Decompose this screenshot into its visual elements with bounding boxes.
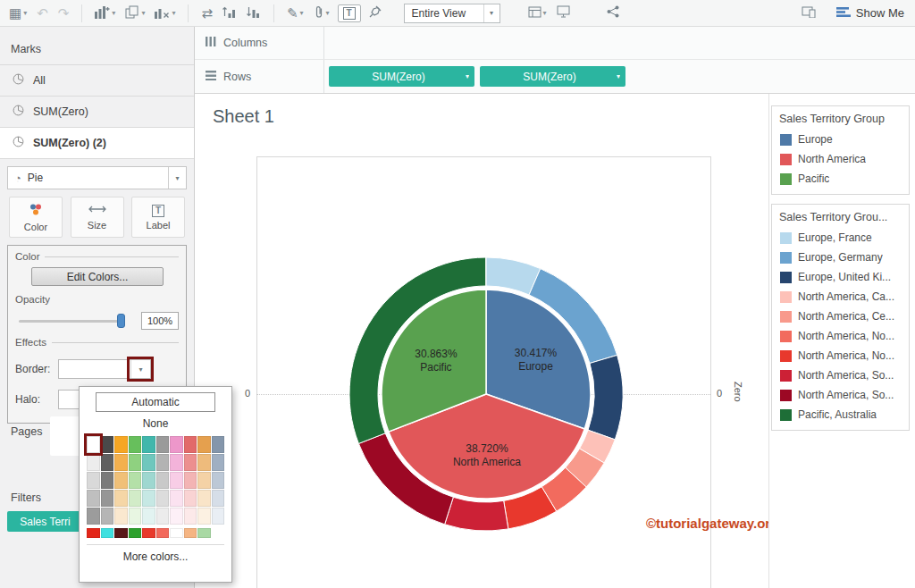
field-pill[interactable]: SUM(Zero)▾ bbox=[329, 66, 474, 87]
palette-swatch[interactable] bbox=[184, 472, 197, 489]
opacity-slider-handle[interactable] bbox=[117, 314, 125, 328]
palette-swatch[interactable] bbox=[114, 454, 128, 471]
palette-swatch[interactable] bbox=[170, 528, 183, 538]
palette-swatch[interactable] bbox=[142, 472, 155, 489]
field-pill[interactable]: Sales Terri▾ bbox=[7, 511, 89, 532]
duplicate-sheet-button[interactable]: ▾ bbox=[123, 4, 147, 22]
share-button[interactable] bbox=[605, 4, 621, 21]
palette-swatch[interactable] bbox=[197, 528, 211, 538]
fix-axes-button[interactable] bbox=[367, 4, 383, 21]
legend-item[interactable]: Pacific, Australia bbox=[772, 405, 909, 424]
mark-type-dropdown[interactable]: ◔ Pie ▾ bbox=[7, 166, 187, 189]
rows-shelf-content[interactable]: SUM(Zero)▾SUM(Zero)▾ bbox=[324, 60, 915, 93]
palette-swatch[interactable] bbox=[114, 490, 128, 507]
palette-swatch[interactable] bbox=[156, 528, 170, 538]
legend-item[interactable]: North America, No... bbox=[772, 326, 909, 346]
group-members-button[interactable]: ▾ bbox=[312, 4, 332, 22]
opacity-slider-track[interactable] bbox=[19, 320, 124, 323]
highlight-button[interactable]: ✎ ▾ bbox=[285, 5, 306, 21]
palette-swatch[interactable] bbox=[142, 528, 155, 538]
rows-shelf[interactable]: Rows SUM(Zero)▾SUM(Zero)▾ bbox=[195, 60, 915, 94]
legend-item[interactable]: North America, No... bbox=[772, 346, 909, 365]
palette-swatch[interactable] bbox=[87, 508, 100, 525]
palette-swatch[interactable] bbox=[197, 508, 211, 525]
palette-swatch[interactable] bbox=[156, 472, 170, 489]
palette-swatch[interactable] bbox=[129, 528, 142, 538]
palette-swatch[interactable] bbox=[101, 508, 114, 525]
legend-item[interactable]: North America bbox=[772, 149, 909, 169]
palette-swatch[interactable] bbox=[184, 490, 197, 507]
swap-rows-columns-button[interactable]: ⇄ bbox=[199, 5, 214, 21]
palette-swatch[interactable] bbox=[156, 508, 170, 525]
palette-swatch[interactable] bbox=[129, 472, 142, 489]
opacity-value[interactable]: 100% bbox=[141, 312, 179, 330]
palette-swatch[interactable] bbox=[87, 528, 100, 538]
palette-swatch[interactable] bbox=[142, 508, 155, 525]
new-worksheet-button[interactable]: ▾ bbox=[93, 4, 117, 22]
palette-swatch[interactable] bbox=[142, 454, 155, 471]
palette-swatch-white-selected[interactable] bbox=[87, 436, 100, 453]
legend-item[interactable]: North America, So... bbox=[772, 365, 909, 385]
color-button[interactable]: Color bbox=[9, 197, 63, 238]
palette-swatch[interactable] bbox=[87, 472, 100, 489]
palette-swatch[interactable] bbox=[212, 472, 225, 489]
label-button[interactable]: T Label bbox=[131, 197, 185, 238]
legend-item[interactable]: Europe, Germany bbox=[772, 248, 909, 267]
presentation-mode-button[interactable] bbox=[555, 4, 572, 21]
clear-sheet-button[interactable]: ▾ bbox=[153, 4, 177, 22]
legend-item[interactable]: North America, Ce... bbox=[772, 307, 909, 326]
palette-swatch[interactable] bbox=[197, 490, 211, 507]
palette-swatch[interactable] bbox=[184, 528, 197, 538]
palette-swatch[interactable] bbox=[212, 454, 225, 471]
legend-item[interactable]: North America, So... bbox=[772, 385, 909, 405]
palette-swatch[interactable] bbox=[197, 436, 211, 453]
palette-swatch[interactable] bbox=[101, 436, 114, 453]
palette-swatch[interactable] bbox=[212, 490, 225, 507]
marks-card-item[interactable]: SUM(Zero) (2) bbox=[0, 128, 194, 159]
palette-swatch[interactable] bbox=[101, 528, 114, 538]
legend-item[interactable]: Europe bbox=[772, 130, 909, 149]
palette-swatch[interactable] bbox=[170, 454, 183, 471]
none-color-button[interactable]: None bbox=[87, 417, 224, 430]
show-hide-cards-button[interactable]: ▾ bbox=[526, 5, 549, 21]
columns-shelf[interactable]: Columns bbox=[195, 27, 915, 60]
legend-item[interactable]: Europe, France bbox=[772, 228, 909, 248]
palette-swatch[interactable] bbox=[184, 508, 197, 525]
palette-swatch[interactable] bbox=[170, 508, 183, 525]
field-pill[interactable]: SUM(Zero)▾ bbox=[480, 66, 625, 87]
legend-item[interactable]: Europe, United Ki... bbox=[772, 267, 909, 287]
palette-swatch[interactable] bbox=[114, 436, 128, 453]
sort-descending-button[interactable] bbox=[245, 4, 263, 21]
sort-ascending-button[interactable] bbox=[221, 4, 239, 21]
palette-swatch[interactable] bbox=[170, 490, 183, 507]
palette-swatch[interactable] bbox=[87, 454, 100, 471]
palette-swatch[interactable] bbox=[197, 472, 211, 489]
new-data-source-button[interactable]: ▦ ▾ bbox=[7, 5, 29, 21]
palette-swatch[interactable] bbox=[114, 472, 128, 489]
ring-slice-2[interactable] bbox=[588, 355, 623, 440]
palette-swatch[interactable] bbox=[212, 508, 225, 525]
marks-card-item[interactable]: All bbox=[0, 65, 194, 97]
show-mark-labels-button[interactable]: T bbox=[338, 4, 361, 22]
palette-swatch[interactable] bbox=[129, 454, 142, 471]
palette-swatch[interactable] bbox=[114, 528, 128, 538]
palette-swatch[interactable] bbox=[129, 436, 142, 453]
size-button[interactable]: Size bbox=[71, 197, 124, 238]
palette-swatch[interactable] bbox=[156, 454, 170, 471]
columns-shelf-content[interactable] bbox=[324, 27, 915, 59]
palette-swatch[interactable] bbox=[170, 436, 183, 453]
edit-colors-button[interactable]: Edit Colors... bbox=[31, 267, 164, 286]
palette-swatch[interactable] bbox=[156, 490, 170, 507]
palette-swatch[interactable] bbox=[101, 454, 114, 471]
fit-selector[interactable]: Entire View ▾ bbox=[404, 4, 500, 23]
palette-swatch[interactable] bbox=[142, 436, 155, 453]
palette-swatch[interactable] bbox=[101, 490, 114, 507]
palette-swatch[interactable] bbox=[129, 508, 142, 525]
ring-slice-7[interactable] bbox=[445, 497, 508, 531]
device-preview-button[interactable] bbox=[800, 5, 818, 21]
automatic-color-button[interactable]: Automatic bbox=[96, 392, 215, 412]
palette-swatch[interactable] bbox=[101, 472, 114, 489]
marks-card-item[interactable]: SUM(Zero) bbox=[0, 97, 194, 128]
more-colors-button[interactable]: More colors... bbox=[87, 544, 224, 563]
palette-swatch[interactable] bbox=[212, 436, 225, 453]
